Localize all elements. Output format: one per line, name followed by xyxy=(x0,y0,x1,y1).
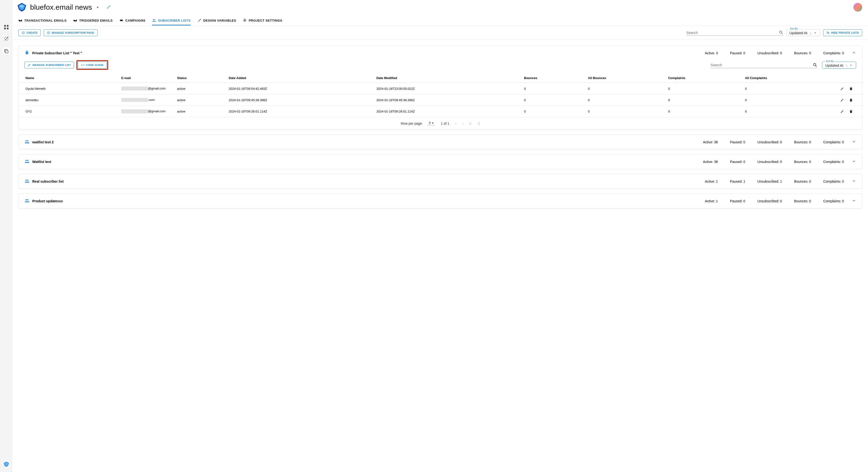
expand-icon[interactable] xyxy=(852,139,856,145)
col-email: E-mail xyxy=(118,73,174,83)
subscriber-list-card-collapsed[interactable]: Product updatesss Active: 1Paused: 0Unsu… xyxy=(19,194,862,208)
tab-transactional[interactable]: TRANSACTIONAL EMAILS xyxy=(19,19,66,26)
code-guide-button[interactable]: CODE GUIDE xyxy=(78,62,107,68)
search-icon xyxy=(779,30,783,35)
cell-all-complaints: 0 xyxy=(742,94,835,106)
project-title[interactable]: bluefox.email news xyxy=(30,3,92,11)
list-stats: Active: 38Paused: 0Unsubscribed: 0Bounce… xyxy=(703,160,844,164)
delete-icon[interactable] xyxy=(849,86,853,91)
cell-added: 2024-01-18T09:45:38.366Z xyxy=(226,94,374,106)
last-page-icon[interactable]: ›| xyxy=(477,121,479,126)
svg-point-22 xyxy=(27,180,28,181)
cell-status: active xyxy=(174,94,226,106)
tab-campaigns[interactable]: CAMPAIGNS xyxy=(119,19,145,26)
first-page-icon[interactable]: |‹ xyxy=(469,121,472,126)
manage-subscriber-list-button[interactable]: MANAGE SUBSCRIBER LIST xyxy=(25,62,74,68)
svg-point-10 xyxy=(153,19,154,20)
delete-icon[interactable] xyxy=(849,98,853,102)
prev-page-icon[interactable]: ‹ xyxy=(455,121,456,126)
user-avatar[interactable] xyxy=(854,3,862,12)
svg-point-24 xyxy=(27,199,28,200)
collapse-icon[interactable] xyxy=(852,51,856,56)
col-added: Date Added xyxy=(226,73,374,83)
project-dropdown-caret[interactable]: ▾ xyxy=(97,5,98,9)
manage-subscription-page-button[interactable]: MANAGE SUBSCRIPTION PAGE xyxy=(44,29,97,36)
cell-all-complaints: 0 xyxy=(742,83,835,94)
svg-point-18 xyxy=(27,140,28,141)
col-complaints: Complaints xyxy=(665,73,742,83)
list-search[interactable] xyxy=(711,62,817,68)
list-title: Real subscriber list xyxy=(32,180,64,183)
subscriber-list-card-collapsed[interactable]: Waitlist test Active: 38Paused: 0Unsubsc… xyxy=(19,154,862,169)
tab-project-settings[interactable]: PROJECT SETTINGS xyxy=(243,19,282,26)
cell-status: active xyxy=(174,83,226,94)
wand-sidebar-icon[interactable] xyxy=(3,36,9,42)
cell-name: GY2 xyxy=(19,106,118,117)
list-title: waitlist test 2 xyxy=(32,140,54,144)
list-sort-select[interactable]: Sort By Updated At ↓ ▼ xyxy=(822,62,856,69)
list-icon xyxy=(25,159,29,164)
cell-email: .com xyxy=(118,94,174,106)
svg-point-23 xyxy=(26,199,27,200)
col-name: Name xyxy=(19,73,118,83)
create-button[interactable]: CREATE xyxy=(19,29,41,36)
cell-complaints: 0 xyxy=(665,94,742,106)
expand-icon[interactable] xyxy=(852,198,856,203)
cell-email: @gmail.com xyxy=(118,83,174,94)
svg-rect-4 xyxy=(5,50,8,53)
list-title: Product updatesss xyxy=(32,199,63,203)
fox-small-icon[interactable] xyxy=(3,461,9,467)
cell-modified: 2024-01-18T09:45:38.366Z xyxy=(373,94,521,106)
col-all-bounces: All Bounces xyxy=(585,73,665,83)
cell-modified: 2024-01-18T09:26:01.114Z xyxy=(373,106,521,117)
left-sidebar xyxy=(0,0,12,472)
svg-point-11 xyxy=(154,19,155,20)
topbar: bluefox.email news ▾ xyxy=(12,0,868,12)
edit-icon[interactable] xyxy=(840,86,844,91)
chevron-down-icon[interactable]: ▼ xyxy=(850,64,852,67)
expand-icon[interactable] xyxy=(852,179,856,184)
cell-complaints: 0 xyxy=(665,83,742,94)
next-page-icon[interactable]: › xyxy=(462,121,463,126)
edit-icon[interactable] xyxy=(840,98,844,102)
global-search[interactable] xyxy=(686,30,783,36)
tab-subscriber-lists[interactable]: SUBSCRIBER LISTS xyxy=(152,19,190,26)
cell-bounces: 0 xyxy=(521,94,585,106)
list-search-input[interactable] xyxy=(711,63,813,67)
cell-complaints: 0 xyxy=(665,106,742,117)
delete-icon[interactable] xyxy=(849,109,853,114)
tab-triggered[interactable]: TRIGGERED EMAILS xyxy=(73,19,113,26)
subscriber-list-card-collapsed[interactable]: waitlist test 2 Active: 38Paused: 0Unsub… xyxy=(19,135,862,149)
nav-tabs: TRANSACTIONAL EMAILS TRIGGERED EMAILS CA… xyxy=(12,12,868,26)
cell-email: @gmail.com xyxy=(118,106,174,117)
tab-design-vars[interactable]: DESIGN VARIABLES xyxy=(197,19,236,26)
global-search-input[interactable] xyxy=(686,31,779,35)
sort-direction-icon[interactable]: ↓ xyxy=(846,63,847,67)
svg-point-20 xyxy=(27,160,28,161)
sort-direction-icon[interactable]: ↓ xyxy=(810,31,811,35)
global-sort-select[interactable]: Sort By Updated At ↓ ▼ xyxy=(786,29,820,36)
cell-all-complaints: 0 xyxy=(742,106,835,117)
list-stats: Active: 1Paused: 1Unsubscribed: 1Bounces… xyxy=(705,180,844,183)
subscriber-list-card-collapsed[interactable]: Real subscriber list Active: 1Paused: 1U… xyxy=(19,174,862,189)
copy-sidebar-icon[interactable] xyxy=(3,48,10,55)
col-all-complaints: All Complaints xyxy=(742,73,835,83)
fox-logo-icon xyxy=(17,2,27,12)
chevron-down-icon[interactable]: ▼ xyxy=(814,32,816,34)
edit-icon[interactable] xyxy=(840,109,844,114)
svg-rect-3 xyxy=(7,28,8,29)
expand-icon[interactable] xyxy=(852,159,856,164)
svg-rect-2 xyxy=(4,28,6,29)
cell-status: active xyxy=(174,106,226,117)
private-list-icon xyxy=(25,50,29,56)
svg-point-16 xyxy=(813,63,816,66)
svg-point-12 xyxy=(244,20,245,21)
cell-modified: 2024-01-18T23:00:05.022Z xyxy=(373,83,521,94)
svg-rect-1 xyxy=(7,25,8,27)
table-row: ahmedku .com active 2024-01-18T09:45:38.… xyxy=(19,94,862,106)
rows-per-page-select[interactable]: 5 ▼ xyxy=(428,121,435,126)
wand-icon[interactable] xyxy=(106,5,111,10)
hide-private-lists-button[interactable]: HIDE PRIVATE LISTS xyxy=(823,29,862,36)
list-title: Waitlist test xyxy=(32,160,51,164)
dashboard-icon[interactable] xyxy=(3,24,9,30)
